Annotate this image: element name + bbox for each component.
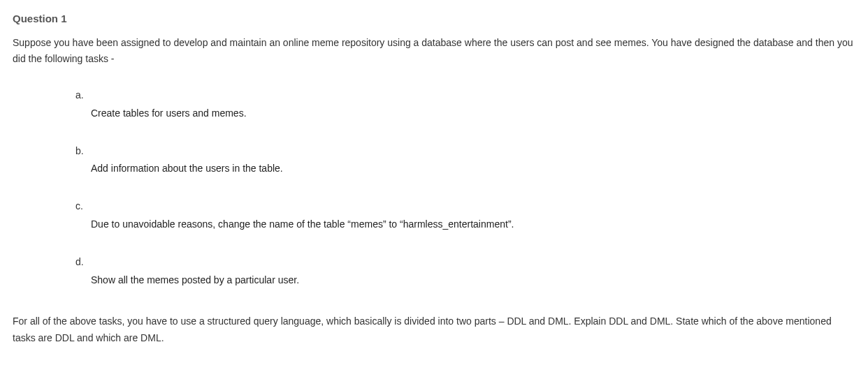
task-text: Due to unavoidable reasons, change the n… (91, 216, 855, 233)
list-item: c. Due to unavoidable reasons, change th… (75, 198, 855, 233)
task-text: Create tables for users and memes. (91, 105, 855, 122)
task-letter: b. (75, 143, 855, 160)
task-list: a. Create tables for users and memes. b.… (75, 87, 855, 288)
task-text: Add information about the users in the t… (91, 161, 855, 177)
list-item: d. Show all the memes posted by a partic… (75, 254, 855, 289)
question-intro: Suppose you have been assigned to develo… (13, 35, 855, 68)
question-title: Question 1 (13, 10, 855, 28)
task-text: Show all the memes posted by a particula… (91, 272, 855, 289)
task-letter: d. (75, 254, 855, 271)
question-closing: For all of the above tasks, you have to … (13, 313, 855, 347)
list-item: a. Create tables for users and memes. (75, 87, 855, 122)
task-letter: c. (75, 198, 855, 215)
task-letter: a. (75, 87, 855, 104)
list-item: b. Add information about the users in th… (75, 143, 855, 178)
